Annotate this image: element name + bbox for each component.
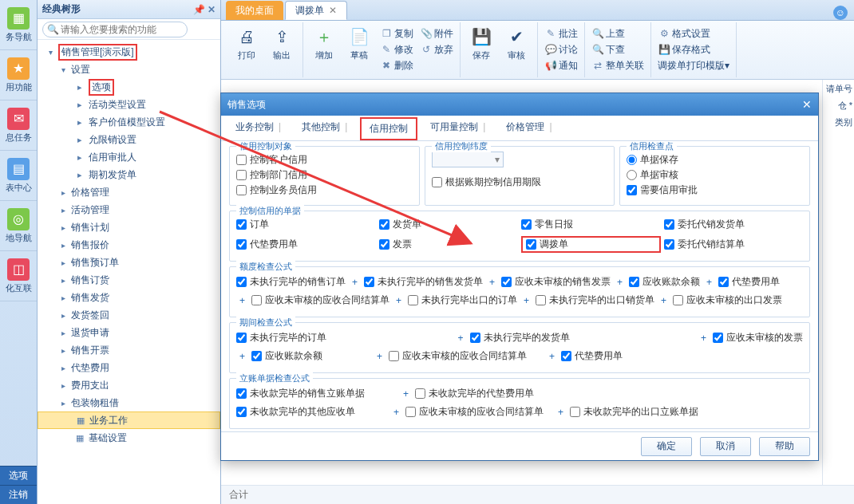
tree-leaf[interactable]: ▸信用审批人 [38, 148, 220, 166]
dock-item-4[interactable]: ◎地导航 [0, 201, 37, 251]
tree-root[interactable]: ▾销售管理[演示版] [38, 43, 220, 61]
tab-desktop[interactable]: 我的桌面 [226, 1, 283, 20]
tree-title: 经典树形 [42, 2, 81, 16]
dock-footer-logout[interactable]: 注销 [0, 485, 37, 504]
chk-dept-credit[interactable]: 控制部门信用 [236, 168, 413, 182]
dock-item-1[interactable]: ★用功能 [0, 50, 37, 100]
radio-save[interactable]: 单据保存 [627, 153, 803, 167]
tree-leaf-options[interactable]: ▸选项 [38, 78, 220, 96]
ribbon-saveformat[interactable]: 💾保存格式 [658, 41, 729, 57]
tree-branch[interactable]: ▸销售发货 [38, 289, 220, 306]
chk-doc-transfer[interactable]: 调拨单 [521, 236, 661, 253]
tree-branch[interactable]: ▸销售报价 [38, 236, 220, 254]
chk-customer-credit[interactable]: 控制客户信用 [236, 153, 413, 167]
tree-branch[interactable]: ▸销售预订单 [38, 254, 220, 271]
tree-branch[interactable]: ▸包装物租借 [38, 394, 220, 411]
tree-branch[interactable]: ▸费用支出 [38, 376, 220, 394]
tree-branch[interactable]: ▸销售计划 [38, 219, 220, 236]
ribbon-down[interactable]: 🔍下查 [591, 41, 644, 57]
sales-options-dialog: 销售选项 ✕ 业务控制| 其他控制| 信用控制 可用量控制| 价格管理| 信用控… [220, 93, 819, 461]
dock-item-5[interactable]: ◫化互联 [0, 251, 37, 301]
ribbon-output[interactable]: ⇪输出 [264, 24, 299, 61]
ribbon-up[interactable]: 🔍上查 [591, 26, 644, 41]
dialog-footer: 确定 取消 帮助 [221, 431, 818, 460]
dock-item-0[interactable]: ▦务导航 [0, 0, 37, 50]
fieldset-credit-docs: 控制信用的单据 订单 发货单 零售日报 委托代销发货单 代垫费用单 发票 调拨单… [229, 211, 810, 262]
tree-header: 经典树形 📌 ✕ [38, 0, 220, 19]
ok-button[interactable]: 确定 [641, 437, 692, 456]
chk-doc-consign-settle[interactable]: 委托代销结算单 [664, 236, 804, 253]
dialog-tab-credit[interactable]: 信用控制 [360, 117, 417, 140]
tree-branch[interactable]: ▸活动管理 [38, 201, 220, 219]
dialog-title-bar[interactable]: 销售选项 ✕ [221, 93, 818, 116]
ribbon-rel[interactable]: ⇄整单关联 [591, 57, 644, 73]
ribbon-save[interactable]: 💾保存 [464, 24, 499, 61]
tree-panel: 经典树形 📌 ✕ 🔍 ▾销售管理[演示版] ▾设置 ▸选项 ▸活动类型设置 ▸客… [38, 0, 221, 504]
ribbon-delete[interactable]: ✖删除 [380, 57, 413, 73]
fieldset-billing-formula: 立账单据检查公式 未收款完毕的销售立账单据 + 未收款完毕的代垫费用单 未收款完… [229, 378, 810, 429]
chk-doc-order[interactable]: 订单 [236, 218, 376, 231]
dock-footer-options[interactable]: 选项 [0, 466, 37, 485]
dialog-close-icon[interactable]: ✕ [802, 98, 812, 111]
dialog-tab-avail[interactable]: 可用量控制| [422, 117, 493, 139]
ribbon-draft[interactable]: 📄草稿 [342, 24, 377, 61]
tree-leaf[interactable]: ▸允限销设置 [38, 131, 220, 148]
ribbon-notify[interactable]: 📢通知 [544, 57, 578, 73]
radio-audit[interactable]: 单据审核 [627, 168, 803, 182]
smiley-icon[interactable]: ☺ [833, 6, 848, 20]
credit-dimension-combo[interactable]: ▾ [432, 152, 504, 167]
fieldset-credit-object: 信用控制对象 控制客户信用 控制部门信用 控制业务员信用 [229, 146, 420, 206]
ribbon-approve[interactable]: ✎批注 [544, 26, 578, 41]
dialog-title: 销售选项 [227, 98, 266, 112]
close-icon[interactable]: ✕ [329, 5, 337, 16]
tree-bottom-biz[interactable]: ▦业务工作 [38, 411, 220, 429]
fieldset-credit-dimension: 信用控制纬度 ▾ 根据账期控制信用期限 [425, 146, 615, 206]
tree-branch[interactable]: ▸发货签回 [38, 306, 220, 324]
tab-transfer[interactable]: 调拨单✕ [285, 1, 347, 20]
ribbon-modify[interactable]: ✎修改 [380, 41, 413, 57]
ribbon: 🖨打印 ⇪输出 ＋增加 📄草稿 ❐复制 ✎修改 ✖删除 📎附件 ↺放弃 💾保存 … [221, 21, 854, 80]
cancel-button[interactable]: 取消 [700, 437, 751, 456]
tree-leaf[interactable]: ▸期初发货单 [38, 166, 220, 183]
ribbon-format[interactable]: ⚙格式设置 [658, 26, 729, 41]
ribbon-audit[interactable]: ✔审核 [499, 24, 534, 61]
tree-branch[interactable]: ▸销售订货 [38, 271, 220, 289]
fieldset-period-formula: 期间检查公式 未执行完毕的订单 + 未执行完毕的发货单 + 应收未审核的发票 +… [229, 322, 810, 373]
ribbon-template[interactable]: 调拨单打印模版 ▾ [658, 57, 729, 73]
ribbon-discuss[interactable]: 💬讨论 [544, 41, 578, 57]
tree-branch[interactable]: ▸代垫费用 [38, 359, 220, 376]
tree-branch[interactable]: ▸退货申请 [38, 324, 220, 341]
dock-item-3[interactable]: ▤表中心 [0, 151, 37, 201]
chk-doc-advance[interactable]: 代垫费用单 [236, 236, 376, 253]
pin-icon[interactable]: 📌 ✕ [193, 4, 215, 15]
left-dock: ▦务导航 ★用功能 ✉息任务 ▤表中心 ◎地导航 ◫化互联 选项 注销 [0, 0, 38, 504]
chk-doc-consign-delivery[interactable]: 委托代销发货单 [664, 218, 804, 231]
chk-need-approval[interactable]: 需要信用审批 [627, 183, 803, 197]
ribbon-print[interactable]: 🖨打印 [229, 24, 264, 61]
chk-doc-delivery[interactable]: 发货单 [379, 218, 519, 231]
tree-branch[interactable]: ▸价格管理 [38, 183, 220, 201]
chk-doc-retail[interactable]: 零售日报 [521, 218, 661, 231]
dialog-tab-price[interactable]: 价格管理| [498, 117, 559, 139]
chk-salesman-credit[interactable]: 控制业务员信用 [236, 183, 413, 197]
tree-leaf[interactable]: ▸活动类型设置 [38, 96, 220, 113]
ribbon-attach[interactable]: 📎附件 [420, 26, 453, 41]
chk-doc-invoice[interactable]: 发票 [379, 236, 519, 253]
help-button[interactable]: 帮助 [759, 437, 810, 456]
dialog-tabs: 业务控制| 其他控制| 信用控制 可用量控制| 价格管理| [221, 116, 818, 141]
tree-leaf[interactable]: ▸客户价值模型设置 [38, 113, 220, 131]
tree-search-input[interactable] [42, 22, 188, 37]
search-icon: 🔍 [47, 24, 59, 35]
content-footer: 合计 [221, 485, 854, 504]
chk-account-period[interactable]: 根据账期控制信用期限 [432, 175, 608, 189]
ribbon-add[interactable]: ＋增加 [306, 24, 342, 61]
dialog-tab-biz[interactable]: 业务控制| [227, 117, 289, 139]
dialog-tab-other[interactable]: 其他控制| [294, 117, 355, 139]
tree-settings[interactable]: ▾设置 [38, 61, 220, 78]
dock-item-2[interactable]: ✉息任务 [0, 100, 37, 151]
ribbon-abandon[interactable]: ↺放弃 [420, 41, 453, 57]
tree-branch[interactable]: ▸销售开票 [38, 341, 220, 359]
tree-bottom-base[interactable]: ▦基础设置 [38, 429, 220, 447]
fieldset-quota-formula: 额度检查公式 未执行完毕的销售订单+ 未执行完毕的销售发货单+ 应收未审核的销售… [229, 266, 810, 317]
ribbon-copy[interactable]: ❐复制 [380, 26, 413, 41]
